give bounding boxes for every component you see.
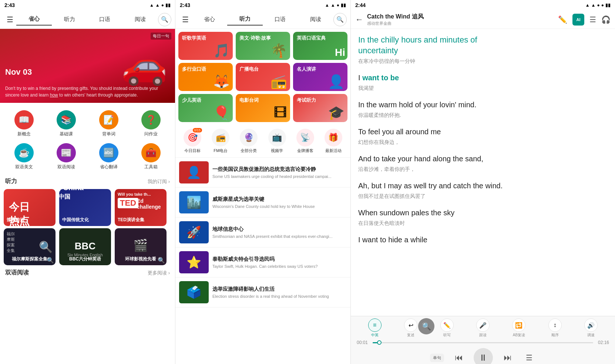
card-ted-label: TED演讲全集 xyxy=(118,217,144,223)
p2-icon-podcast[interactable]: 📡 金牌播客 xyxy=(296,129,314,154)
p2-icon-podcast-circle: 📡 xyxy=(296,129,314,146)
icon-jichuke[interactable]: 📚 基础课 xyxy=(45,107,87,140)
p2-icon-fm-label: FM电台 xyxy=(214,148,228,154)
tab-yuedu-1[interactable]: 阅读 xyxy=(122,14,158,25)
news-item-3[interactable]: 🚀 地球信息中心 Smithsonian and NASA present ex… xyxy=(175,218,350,247)
battery-icon-2: ▮▮ xyxy=(341,3,346,8)
hero-banner[interactable]: Nov 03 每日一句 Don't try to win a friend by… xyxy=(0,29,175,103)
tab-kouyu-1[interactable]: 口语 xyxy=(87,14,123,25)
card-bbc-logo: BBC xyxy=(75,240,95,252)
search-btn-2[interactable]: 🔍 xyxy=(333,13,347,26)
menu-icon-2[interactable]: ☰ xyxy=(179,15,192,24)
shunxu-label: 顺序 xyxy=(551,333,559,338)
lyrics-area[interactable]: In the chilly hours and minutes ofuncert… xyxy=(351,29,615,316)
news-thumb-1-emoji: 👤 xyxy=(186,165,201,179)
search-btn-1[interactable]: 🔍 xyxy=(158,13,171,26)
icon-shuangyu-meiwen[interactable]: ☕ 双语美文 xyxy=(3,140,45,173)
news-item-2[interactable]: 🏙️ 威斯康星成为选举关键 Wisconsin's Dane County co… xyxy=(175,188,350,218)
tingxie-icon: ✏️ xyxy=(440,318,454,332)
icon-grid-1: 📖 新概念 📚 基础课 📝 背单词 ❓ 问作业 ☕ 双语美文 📰 双语阅读 🔤 … xyxy=(0,103,175,175)
lyric-block-2: I want to be 我渴望 xyxy=(358,73,608,92)
progress-track[interactable] xyxy=(373,342,593,343)
back-btn[interactable]: ← xyxy=(355,15,363,24)
wifi-icon-3: ▲ xyxy=(585,3,590,8)
player-menu-btn[interactable]: ☰ xyxy=(522,351,536,364)
prev-btn[interactable]: ⏮ xyxy=(451,350,466,364)
word-btn[interactable]: 单句 xyxy=(430,354,444,362)
player-tab-gendou[interactable]: 🎤 跟读 xyxy=(474,318,492,338)
p2-icon-video[interactable]: 📺 视频学 xyxy=(268,129,286,154)
play-pause-btn[interactable]: ⏸ xyxy=(474,348,493,364)
ai-btn[interactable]: AI xyxy=(572,14,584,26)
more-reading[interactable]: 更多阅读 › xyxy=(148,270,170,276)
icon-wenzuoye[interactable]: ❓ 问作业 xyxy=(130,107,172,140)
tab-kouyu-2[interactable]: 口语 xyxy=(263,14,298,25)
card-fuermo-label: 福尔摩斯探案全集 xyxy=(7,256,53,262)
icon-xingainian[interactable]: 📖 新概念 xyxy=(3,107,45,140)
player-tab-ab[interactable]: 🔁 AB复读 xyxy=(510,318,528,338)
card-ted[interactable]: Will you take th... TED Edchallenge TED演… xyxy=(115,189,167,226)
cat-kouyu-label: 英语口语宝典 xyxy=(297,35,326,41)
icon-gongju[interactable]: 🧰 工具箱 xyxy=(130,140,172,173)
icon-gongju-label: 工具箱 xyxy=(144,164,158,170)
tab-shengxin-1[interactable]: 省心 xyxy=(16,13,52,26)
wifi-icon: ▲ xyxy=(149,3,154,8)
cat-meiwen[interactable]: 美文·诗歌·故事 🌴 xyxy=(236,32,290,60)
lyric-zh-2: 我渴望 xyxy=(358,84,608,92)
menu-icon-1[interactable]: ☰ xyxy=(4,15,16,24)
icon-wenzuoye-circle: ❓ xyxy=(141,110,161,129)
p2-icon-activity[interactable]: 🎁 最新活动 xyxy=(325,129,342,154)
card-redian[interactable]: 今日热点 热点传送 xyxy=(4,189,56,226)
my-subscription[interactable]: 我的订阅 › xyxy=(148,178,170,185)
cat-duohangy[interactable]: 多行业口语 🦊 xyxy=(178,63,233,91)
p3-title-block: Catch the Wind 追风 感动世界金曲 xyxy=(367,13,554,26)
icon-beicanci[interactable]: 📝 背单词 xyxy=(88,107,130,140)
p2-icon-fm[interactable]: 📻 FM电台 xyxy=(212,129,229,154)
news-thumb-3-emoji: 🚀 xyxy=(186,225,201,239)
news-item-5[interactable]: 🗳️ 选举应激障碍影响人们生活 Election stress disorder… xyxy=(175,277,350,307)
p2-icon-jinri[interactable]: 🎯 0/15 今日目标 xyxy=(184,129,201,154)
card-fuermo[interactable]: 福尔摩斯探案全集 🔍 福尔摩斯探案全集 🔍 xyxy=(4,228,56,265)
bilingual-title: 双语阅读 xyxy=(5,269,29,277)
edit-icon[interactable]: ✏️ xyxy=(558,15,567,24)
icon-shuangyu-yuedu[interactable]: 📰 双语阅读 xyxy=(45,140,87,173)
tab-yuedu-2[interactable]: 阅读 xyxy=(298,14,333,25)
news-content-5: 选举应激障碍影响人们生活 Election stress disorder is… xyxy=(212,281,347,303)
news-item-4[interactable]: ⭐ 泰勒斯威夫特会引导选民吗 Taylor Swift, Hulk Hogan.… xyxy=(175,247,350,277)
cat-mingren[interactable]: 名人演讲 👤 xyxy=(293,63,347,91)
card-huanqiu[interactable]: 🎬 环球影视抢先看 🔍 xyxy=(115,228,167,265)
tab-tingli-1[interactable]: 听力 xyxy=(52,14,87,25)
player-tab-tiaoshu[interactable]: 🔊 调速 xyxy=(582,318,600,338)
player-tab-fushuo[interactable]: ↩ 复述 xyxy=(401,318,420,338)
player-tab-zhongying[interactable]: ≡ 中英 xyxy=(366,318,384,338)
card-bbc[interactable]: BBC Six Minutes English BBC六分钟英语 xyxy=(59,228,111,265)
cat-kaoshi[interactable]: 考试听力 🎓 xyxy=(293,94,347,122)
tab-tingli-2[interactable]: 听力 xyxy=(227,13,263,26)
cat-dianying-label: 电影台词 xyxy=(239,97,259,104)
news-thumb-5: 🗳️ xyxy=(179,281,209,303)
status-bar-2: 2:43 ▲ ▲ ● ▮▮ xyxy=(175,0,350,10)
tab-shengxin-2[interactable]: 省心 xyxy=(192,14,227,25)
zhongying-icon: ≡ xyxy=(368,318,382,332)
player-progress[interactable]: 00:01 02:16 xyxy=(357,340,609,345)
p3-header: ← Catch the Wind 追风 感动世界金曲 ✏️ AI ☰ 🎧 xyxy=(351,10,615,29)
list-icon[interactable]: ☰ xyxy=(589,15,596,24)
cat-shaoner[interactable]: 少儿英语 🎈 xyxy=(178,94,233,122)
cat-dianying[interactable]: 电影台词 🎞 xyxy=(236,94,290,122)
lyric-block-4: To feel you all around me 幻想你在我身边， xyxy=(358,127,608,146)
card-ted-will: Will you take th... xyxy=(118,192,151,196)
news-item-1[interactable]: 👤 一些美国议员敦促激烈的总统竞选言论要冷静 Some US lawmakers… xyxy=(175,158,350,188)
news-title-3: 地球信息中心 xyxy=(212,226,347,232)
headphone-icon[interactable]: 🎧 xyxy=(601,15,611,24)
cat-kouyu[interactable]: 英语口语宝典 Hi xyxy=(293,32,347,60)
player-tab-tingxie[interactable]: ✏️ 听写 xyxy=(438,318,456,338)
player-tab-shunxu[interactable]: ↕ 顺序 xyxy=(546,318,564,338)
p2-icon-allcat[interactable]: 🔮 全部分类 xyxy=(240,129,258,154)
cat-tinggexueying[interactable]: 听歌学英语 🎵 xyxy=(178,32,233,60)
gendou-icon: 🎤 xyxy=(476,318,490,332)
cat-guangbo[interactable]: 广播电台 📻 xyxy=(236,63,290,91)
panel2: 2:43 ▲ ▲ ● ▮▮ ☰ 省心 听力 口语 阅读 🔍 听歌学英语 🎵 美文… xyxy=(175,0,351,364)
next-btn[interactable]: ⏭ xyxy=(500,350,515,364)
icon-fanyui[interactable]: 🔤 省心翻译 xyxy=(88,140,130,173)
card-zhongguo[interactable]: Hello, China你好，中国 中国传统文化 xyxy=(59,189,111,226)
